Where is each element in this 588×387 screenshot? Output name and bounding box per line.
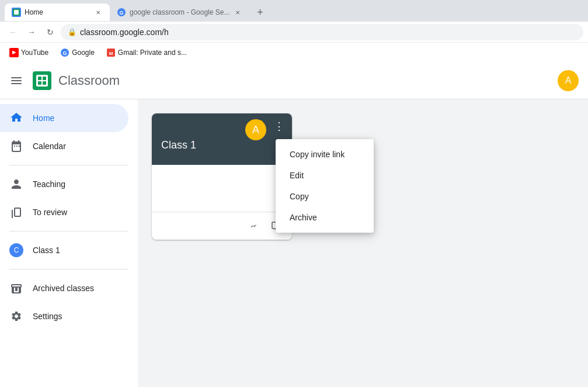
app-title: Classroom [58,73,120,88]
sidebar: Home Calendar Teaching [0,99,138,387]
card-trending-button[interactable] [243,216,264,237]
svg-rect-13 [38,81,41,85]
sidebar-item-to-review[interactable]: To review [0,198,128,226]
class1-avatar: C [9,243,23,257]
tab-home-title: Home [25,8,90,16]
archive-icon [9,282,23,294]
tab-favicon-search: G [117,8,126,17]
home-icon [9,112,23,124]
card-body [152,165,292,212]
context-copy[interactable]: Copy [276,186,374,207]
tab-search[interactable]: G google classroom - Google Se... ✕ [110,4,249,21]
card-header[interactable]: A ⋮ Class 1 [152,113,292,165]
card-more-button[interactable]: ⋮ [271,118,287,134]
tab-home[interactable]: Home ✕ [5,4,110,21]
sidebar-item-settings[interactable]: Settings [0,302,128,330]
class1-initial: C [14,246,19,254]
sidebar-home-label: Home [33,113,54,123]
browser-chrome: Home ✕ G google classroom - Google Se...… [0,0,588,62]
user-avatar[interactable]: A [558,70,579,91]
svg-rect-8 [11,77,22,78]
youtube-favicon: ▶ [9,48,19,57]
sidebar-settings-label: Settings [33,312,62,321]
sidebar-divider-3 [9,269,128,269]
svg-text:G: G [119,10,123,16]
gmail-favicon: M [106,48,116,57]
bookmark-youtube[interactable]: ▶ YouTube [5,46,53,60]
cards-area: A ⋮ Class 1 [152,113,574,240]
review-icon [9,206,23,218]
new-tab-button[interactable]: + [252,4,268,20]
google-favicon: G [60,48,69,57]
sidebar-calendar-label: Calendar [33,141,66,151]
tab-bar: Home ✕ G google classroom - Google Se...… [0,0,588,21]
sidebar-item-teaching[interactable]: Teaching [0,170,128,198]
context-menu: Copy invite link Edit Copy Archive [276,139,374,233]
back-button[interactable]: ← [5,24,21,40]
svg-rect-12 [43,77,46,80]
app-logo [33,71,51,90]
card-footer [152,212,292,240]
lock-icon: 🔒 [68,28,76,36]
page-area: A ⋮ Class 1 [138,99,588,387]
context-archive[interactable]: Archive [276,207,374,228]
sidebar-divider-1 [9,165,128,165]
tab-search-title: google classroom - Google Se... [130,8,229,16]
bookmark-google-label: Google [72,49,95,57]
forward-button[interactable]: → [23,24,40,40]
calendar-icon [9,140,23,152]
sidebar-item-calendar[interactable]: Calendar [0,132,128,160]
sidebar-to-review-label: To review [33,208,67,217]
tab-home-close[interactable]: ✕ [93,8,103,17]
svg-text:M: M [109,51,113,56]
sidebar-divider-2 [9,231,128,231]
app-bar: Classroom A [0,62,588,99]
url-text: classroom.google.com/h [80,27,169,37]
app: Classroom A Home [0,62,588,387]
svg-rect-1 [14,10,19,15]
card-title: Class 1 [161,139,283,151]
context-edit[interactable]: Edit [276,165,374,186]
svg-text:G: G [63,50,67,56]
settings-icon [9,310,23,322]
sidebar-class1-label: Class 1 [33,246,60,255]
sidebar-item-archived[interactable]: Archived classes [0,274,128,302]
reload-button[interactable]: ↻ [42,24,58,40]
bookmark-gmail[interactable]: M Gmail: Private and s... [102,46,192,60]
bookmark-gmail-label: Gmail: Private and s... [118,49,187,57]
menu-button[interactable] [5,69,28,92]
bookmarks-bar: ▶ YouTube G Google M Gmail: Private and … [0,42,588,62]
card-avatar: A [245,119,266,140]
svg-rect-10 [11,83,22,84]
address-bar: ← → ↻ 🔒 classroom.google.com/h [0,21,588,42]
tab-favicon-home [12,8,21,17]
sidebar-item-class1[interactable]: C Class 1 [0,236,128,264]
sidebar-teaching-label: Teaching [33,179,65,189]
svg-rect-14 [43,81,46,85]
context-copy-invite-link[interactable]: Copy invite link [276,144,374,165]
bookmark-youtube-label: YouTube [21,49,48,57]
svg-rect-9 [11,80,22,81]
bookmark-google[interactable]: G Google [55,46,99,60]
tab-search-close[interactable]: ✕ [233,8,242,17]
sidebar-archived-label: Archived classes [33,284,94,293]
url-bar[interactable]: 🔒 classroom.google.com/h [61,24,583,40]
class1-card: A ⋮ Class 1 [152,113,292,240]
svg-rect-11 [38,77,41,80]
sidebar-item-home[interactable]: Home [0,104,128,132]
teaching-icon [9,178,23,190]
main-content: Home Calendar Teaching [0,99,588,387]
